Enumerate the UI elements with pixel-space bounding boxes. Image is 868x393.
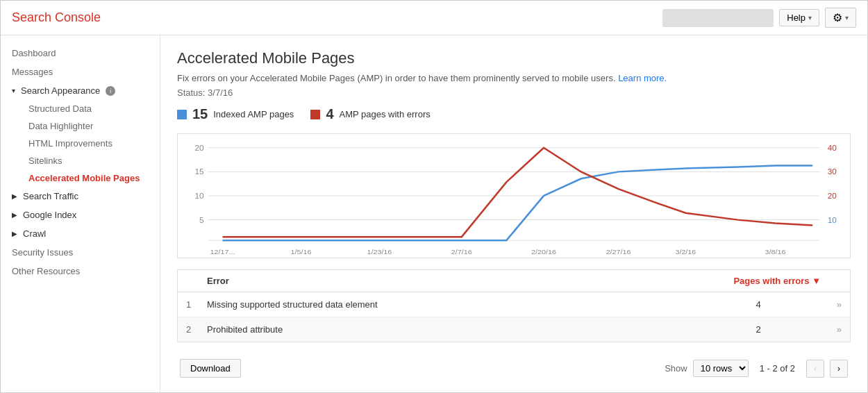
col-pages-header[interactable]: Pages with errors ▼ (696, 276, 821, 286)
chart-svg: 20 15 10 5 40 30 20 10 12/17... 1/5/16 1… (178, 134, 850, 258)
next-page-button[interactable]: › (830, 360, 848, 378)
error-label: AMP pages with errors (340, 109, 431, 119)
svg-text:20: 20 (828, 192, 837, 199)
svg-text:12/17...: 12/17... (210, 248, 235, 256)
gear-dropdown-arrow: ▾ (845, 14, 849, 22)
download-button[interactable]: Download (180, 359, 241, 378)
svg-text:2/27/16: 2/27/16 (606, 248, 631, 256)
svg-text:2/20/16: 2/20/16 (531, 248, 556, 256)
sidebar-item-other-resources[interactable]: Other Resources (1, 262, 160, 281)
col-num-header (186, 276, 207, 286)
page-info: 1 - 2 of 2 (760, 363, 795, 374)
sidebar-section-search-traffic[interactable]: ▶ Search Traffic (1, 187, 160, 206)
row-2-arrow[interactable]: » (821, 324, 842, 335)
legend-indexed: 15 Indexed AMP pages (177, 106, 294, 122)
page-description: Fix errors on your Accelerated Mobile Pa… (177, 73, 851, 83)
svg-text:40: 40 (828, 144, 837, 151)
svg-text:1/5/16: 1/5/16 (291, 248, 312, 256)
learn-more-link[interactable]: Learn more. (618, 73, 667, 83)
page-title: Accelerated Mobile Pages (177, 49, 851, 67)
sidebar-section-search-appearance[interactable]: ▾ Search Appearance i (1, 81, 160, 100)
header: Search Console Help ▾ ⚙ ▾ (1, 1, 867, 35)
table-footer: Download Show 10 rows 25 rows 50 rows 1 … (177, 353, 851, 383)
row-2-pages: 2 (696, 324, 821, 335)
row-2-num: 2 (186, 324, 207, 335)
table-row: 1 Missing supported structured data elem… (178, 292, 850, 317)
col-arrow-header (821, 276, 842, 286)
info-icon: i (106, 86, 115, 96)
gear-icon: ⚙ (833, 11, 842, 24)
header-right: Help ▾ ⚙ ▾ (662, 8, 856, 28)
sidebar: Dashboard Messages ▾ Search Appearance i… (1, 35, 160, 392)
show-label: Show (665, 363, 687, 374)
svg-text:10: 10 (194, 192, 203, 199)
rows-per-page-select[interactable]: 10 rows 25 rows 50 rows (693, 360, 749, 377)
row-1-num: 1 (186, 299, 207, 310)
table-header: Error Pages with errors ▼ (178, 270, 850, 292)
main-layout: Dashboard Messages ▾ Search Appearance i… (1, 35, 867, 392)
legend-errors: 4 AMP pages with errors (310, 106, 430, 122)
error-count: 4 (326, 106, 333, 122)
arrow-right-icon-index: ▶ (12, 211, 17, 219)
pagination-controls: Show 10 rows 25 rows 50 rows 1 - 2 of 2 … (665, 360, 848, 378)
row-1-arrow[interactable]: » (821, 299, 842, 310)
sidebar-section-crawl[interactable]: ▶ Crawl (1, 224, 160, 243)
indexed-label: Indexed AMP pages (213, 109, 294, 119)
col-error-header: Error (207, 276, 696, 286)
app-title: Search Console (12, 10, 101, 25)
indexed-count: 15 (192, 106, 208, 122)
svg-text:3/8/16: 3/8/16 (765, 248, 785, 256)
svg-text:15: 15 (194, 168, 203, 176)
svg-text:1/23/16: 1/23/16 (367, 248, 392, 256)
svg-text:10: 10 (828, 216, 837, 224)
arrow-right-icon-crawl: ▶ (12, 230, 17, 237)
arrow-right-icon-traffic: ▶ (12, 192, 17, 200)
url-bar (662, 9, 774, 27)
content-area: Accelerated Mobile Pages Fix errors on y… (160, 35, 867, 392)
header-left: Search Console (12, 10, 101, 25)
sidebar-sub-search-appearance: Structured Data Data Highlighter HTML Im… (1, 100, 160, 187)
help-button[interactable]: Help ▾ (779, 9, 819, 26)
arrow-down-icon: ▾ (12, 87, 15, 94)
row-1-error: Missing supported structured data elemen… (207, 299, 696, 310)
help-dropdown-arrow: ▾ (808, 14, 812, 22)
sidebar-item-data-highlighter[interactable]: Data Highlighter (23, 117, 160, 135)
legend-box-red (310, 110, 320, 119)
chart-container: 20 15 10 5 40 30 20 10 12/17... 1/5/16 1… (177, 133, 851, 258)
error-table: Error Pages with errors ▼ 1 Missing supp… (177, 269, 851, 342)
sidebar-section-google-index[interactable]: ▶ Google Index (1, 206, 160, 224)
status-text: Status: 3/7/16 (177, 87, 851, 98)
row-1-pages: 4 (696, 299, 821, 310)
svg-text:5: 5 (199, 216, 204, 224)
chart-legend: 15 Indexed AMP pages 4 AMP pages with er… (177, 106, 851, 122)
sidebar-item-sitelinks[interactable]: Sitelinks (23, 152, 160, 169)
table-row: 2 Prohibited attribute 2 » (178, 317, 850, 342)
svg-text:20: 20 (194, 144, 203, 151)
sidebar-item-html-improvements[interactable]: HTML Improvements (23, 135, 160, 152)
gear-button[interactable]: ⚙ ▾ (825, 8, 856, 28)
svg-text:30: 30 (828, 168, 837, 176)
legend-box-blue (177, 110, 187, 119)
sidebar-item-security[interactable]: Security Issues (1, 243, 160, 262)
svg-text:3/2/16: 3/2/16 (675, 248, 696, 256)
sort-arrow-icon: ▼ (812, 276, 821, 286)
row-2-error: Prohibited attribute (207, 324, 696, 335)
prev-page-button[interactable]: ‹ (806, 360, 824, 378)
svg-text:2/7/16: 2/7/16 (451, 248, 472, 256)
sidebar-item-structured-data[interactable]: Structured Data (23, 100, 160, 117)
sidebar-item-dashboard[interactable]: Dashboard (1, 44, 160, 62)
sidebar-item-amp[interactable]: Accelerated Mobile Pages (23, 169, 160, 187)
sidebar-item-messages[interactable]: Messages (1, 62, 160, 81)
